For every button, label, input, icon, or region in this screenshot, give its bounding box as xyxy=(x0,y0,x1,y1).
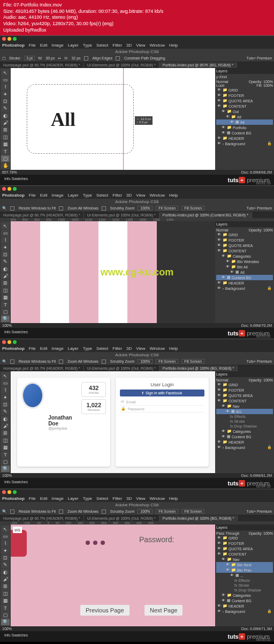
maximize-button[interactable] xyxy=(13,187,17,191)
timecode: 00:01:33 xyxy=(256,181,271,185)
fx-icon[interactable]: fx xyxy=(230,415,233,418)
menu-select[interactable]: Select xyxy=(96,43,108,48)
maximize-button[interactable] xyxy=(13,340,17,344)
eraser-tool[interactable]: ◫ xyxy=(1,134,10,140)
zoomall-checkbox[interactable] xyxy=(59,206,63,211)
eyedropper-tool[interactable]: ✎ xyxy=(1,105,10,111)
menu-image[interactable]: Image xyxy=(51,43,63,48)
minimize-button[interactable] xyxy=(7,340,11,344)
maximize-button[interactable] xyxy=(13,37,17,41)
minimize-button[interactable] xyxy=(7,187,11,191)
app-title: Adobe Photoshop CS6 xyxy=(0,49,274,55)
scrubby-checkbox[interactable] xyxy=(102,206,106,211)
menu-edit[interactable]: Edit xyxy=(40,43,48,48)
minimize-button[interactable] xyxy=(7,37,11,41)
menu-window[interactable]: Window xyxy=(150,43,165,48)
blend-mode[interactable]: Pass Through xyxy=(216,531,239,535)
wand-tool[interactable]: ✦ xyxy=(1,91,10,98)
shape-selection[interactable] xyxy=(27,84,134,154)
menubar: Photoshop FileEditImageLayerTypeSelectFi… xyxy=(0,192,274,199)
filter-kind[interactable]: ρ Kind xyxy=(216,75,227,79)
menu-type[interactable]: Type xyxy=(83,43,92,48)
layers-tab[interactable]: Layers xyxy=(216,69,227,73)
email-field[interactable]: ✉Email xyxy=(120,399,204,406)
menu-layer[interactable]: Layer xyxy=(68,43,79,48)
layer-item[interactable]: 👁📁Out xyxy=(216,109,273,114)
maximize-button[interactable] xyxy=(13,490,17,494)
layer-item[interactable]: 👁📁HEADER xyxy=(216,136,273,141)
layer-item[interactable]: 👁📁FOOTER xyxy=(216,93,273,98)
menu-help[interactable]: Help xyxy=(169,43,178,48)
rectangle-tool[interactable]: ▢ xyxy=(1,155,10,162)
layer-item-selected[interactable]: 👁▦All xyxy=(216,119,273,125)
zoom-tool[interactable]: 🔍 xyxy=(1,316,10,322)
canvas[interactable] xyxy=(11,221,215,323)
minimize-button[interactable] xyxy=(7,490,11,494)
options-bar: 🔍 Resize Windows to Fit Zoom All Windows… xyxy=(0,205,274,212)
w-value[interactable]: 30 px xyxy=(45,56,55,60)
close-button[interactable] xyxy=(2,187,6,191)
canvas[interactable]: Jonathan Doe @jonnydoe 432Articles 1,022… xyxy=(11,371,215,473)
blend-mode[interactable]: Normal xyxy=(216,80,229,84)
stamp-tool[interactable]: ⊞ xyxy=(1,126,10,133)
zoom-tool-icon[interactable]: 🔍 xyxy=(2,206,7,211)
options-bar: ▢ Stroke: 3 pt W: 30 px ⇔ H: 32 px Align… xyxy=(0,55,274,62)
file-size: Size: 49181457 bytes (46.90 MiB), durati… xyxy=(3,9,271,15)
branding-bar: Info Swatches tuts+ premium 00:01:33 xyxy=(0,175,274,185)
close-button[interactable] xyxy=(2,37,6,41)
crop-tool[interactable]: ⊡ xyxy=(1,98,10,104)
resize-checkbox[interactable] xyxy=(10,206,14,211)
workspace-switcher[interactable]: Tuts+ Premium xyxy=(247,56,272,60)
type-tool[interactable]: T xyxy=(1,148,10,154)
facebook-button[interactable]: fSign in with Facebook xyxy=(120,390,204,396)
move-tool[interactable]: ↖ xyxy=(1,69,10,76)
rect-tool-icon[interactable]: ▢ xyxy=(2,56,6,61)
heal-tool[interactable]: ◐ xyxy=(1,113,10,119)
gradient-tool[interactable]: ▦ xyxy=(1,141,10,147)
canvas[interactable]: ws Password: Previous Page Next Page xyxy=(11,525,215,626)
swatches-label[interactable]: Info Swatches xyxy=(4,177,28,181)
tab-portfolio[interactable]: Portfolio-Index.psd @ 857K (BG, RGB/8) * xyxy=(159,62,237,68)
link-icon[interactable]: ⇔ xyxy=(58,56,61,61)
close-button[interactable] xyxy=(2,490,6,494)
guide-vertical[interactable] xyxy=(123,68,124,170)
opacity-value[interactable]: 100% xyxy=(263,80,273,84)
tab-homepage[interactable]: Homepage.psd @ 66.7% (HEADER, RGB/8) * xyxy=(0,62,84,68)
canvas[interactable]: All ↔ 12.0 px ↕ 0.0 px xyxy=(11,68,215,170)
layer-item[interactable]: 👁📁CONTENT xyxy=(216,103,273,109)
login-title: User Login xyxy=(120,382,204,387)
layer-item[interactable]: 👁📁GRID xyxy=(216,87,273,93)
visibility-icon[interactable]: 👁 xyxy=(217,88,222,92)
close-button[interactable] xyxy=(2,340,6,344)
h-value[interactable]: 32 px xyxy=(71,56,80,60)
menubar: Photoshop File Edit Image Layer Type Sel… xyxy=(0,42,274,49)
zoom-100-button[interactable]: 100% xyxy=(138,206,153,211)
fill-value[interactable]: 100% xyxy=(263,84,273,87)
next-button[interactable]: Next Page xyxy=(144,605,182,616)
layer-item[interactable]: 👁📁All xyxy=(216,114,273,119)
menu-file[interactable]: File xyxy=(29,43,36,48)
stroke-value[interactable]: 3 pt xyxy=(24,56,35,61)
previous-button[interactable]: Previous Page xyxy=(80,605,130,616)
layer-item[interactable]: 👁📁QUOTE AREA xyxy=(216,98,273,103)
menu-3d[interactable]: 3D xyxy=(126,43,132,48)
marquee-tool[interactable]: ▭ xyxy=(1,77,10,83)
zoom-level[interactable]: 857.78% xyxy=(2,170,17,174)
menu-filter[interactable]: Filter xyxy=(112,43,122,48)
menu-photoshop[interactable]: Photoshop xyxy=(2,43,25,48)
tab-ui-elements[interactable]: UI-Elements.psd @ 100% (Out, RGB/8) * xyxy=(84,62,159,68)
fit-button[interactable]: Fit Screen xyxy=(156,206,178,211)
password-field[interactable]: 🔒Password xyxy=(120,406,204,413)
constrain-checkbox[interactable] xyxy=(116,56,120,61)
brush-tool[interactable]: 🖌 xyxy=(1,119,10,126)
layer-item[interactable]: 👁▦Content BG xyxy=(216,130,273,136)
layer-item[interactable]: 👁📁Portfolio xyxy=(216,125,273,130)
layer-background[interactable]: 👁▫Background🔒 xyxy=(216,141,273,146)
all-text: All xyxy=(51,108,75,131)
menu-view[interactable]: View xyxy=(136,43,145,48)
align-checkbox[interactable] xyxy=(84,56,88,61)
fill-button[interactable]: Fill Screen xyxy=(181,206,204,211)
lasso-tool[interactable]: ⌇ xyxy=(1,84,10,90)
hand-tool[interactable]: ✋ xyxy=(1,162,10,169)
status-bar: 857.78% Doc: 6.69M/68.2M xyxy=(0,170,274,175)
